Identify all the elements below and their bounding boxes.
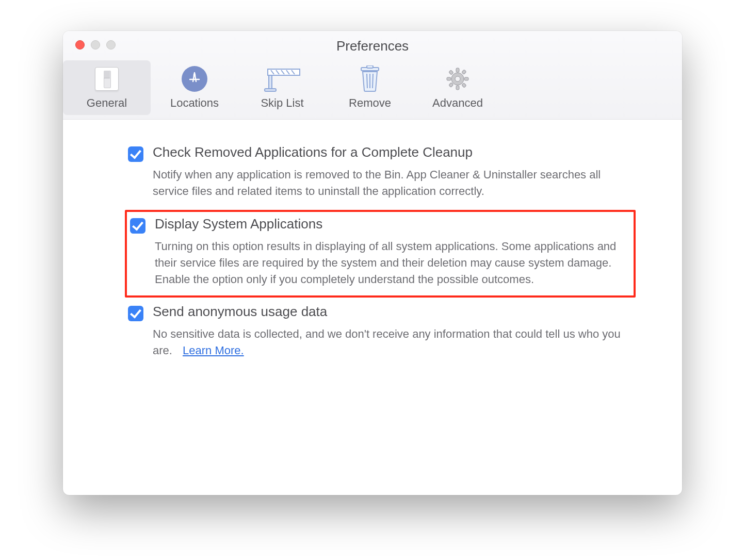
titlebar: Preferences General Locations: [63, 31, 682, 120]
close-window-button[interactable]: [75, 40, 85, 50]
trash-icon: [326, 64, 414, 93]
svg-rect-21: [462, 70, 466, 74]
svg-rect-17: [447, 77, 451, 80]
option-title: Display System Applications: [155, 216, 630, 232]
general-icon: [63, 64, 151, 93]
option-anonymous-usage: Send anonymous usage data No sensitive d…: [125, 298, 636, 369]
tab-skip-list[interactable]: Skip List: [238, 60, 326, 115]
option-title: Send anonymous usage data: [153, 304, 633, 320]
tab-label: Skip List: [238, 96, 326, 110]
tab-label: Remove: [326, 96, 414, 110]
option-complete-cleanup: Check Removed Applications for a Complet…: [125, 138, 636, 210]
svg-rect-19: [449, 70, 454, 75]
svg-line-10: [367, 74, 367, 88]
tab-general[interactable]: General: [63, 60, 151, 115]
svg-point-14: [455, 76, 460, 81]
svg-rect-16: [456, 86, 459, 90]
checkbox-complete-cleanup[interactable]: [128, 146, 143, 162]
svg-rect-15: [456, 68, 459, 72]
tab-label: Advanced: [414, 96, 501, 110]
preferences-window: Preferences General Locations: [63, 31, 682, 495]
option-title: Check Removed Applications for a Complet…: [153, 144, 633, 160]
svg-rect-20: [462, 83, 466, 88]
window-controls: [63, 40, 116, 50]
window-title: Preferences: [63, 38, 682, 60]
svg-rect-9: [367, 65, 373, 68]
zoom-window-button[interactable]: [106, 40, 116, 50]
checkbox-anonymous-usage[interactable]: [128, 306, 143, 321]
gear-icon: [414, 64, 501, 93]
skip-list-icon: [238, 64, 326, 93]
svg-rect-7: [265, 89, 276, 91]
minimize-window-button[interactable]: [91, 40, 100, 50]
option-description: No sensitive data is collected, and we d…: [153, 326, 633, 359]
preferences-content: Check Removed Applications for a Complet…: [63, 120, 682, 495]
option-description: Notify when any application is removed t…: [153, 167, 633, 200]
preferences-toolbar: General Locations: [63, 60, 682, 119]
svg-rect-22: [449, 83, 454, 87]
svg-line-12: [372, 74, 373, 88]
tab-advanced[interactable]: Advanced: [414, 60, 501, 115]
tab-label: Locations: [151, 96, 238, 110]
learn-more-link[interactable]: Learn More.: [183, 344, 244, 357]
checkbox-display-system-apps[interactable]: [130, 218, 145, 234]
tab-label: General: [63, 96, 151, 110]
option-description: Turning on this option results in displa…: [155, 238, 630, 288]
locations-icon: [151, 64, 238, 93]
tab-locations[interactable]: Locations: [151, 60, 238, 115]
option-display-system-apps: Display System Applications Turning on t…: [125, 210, 636, 298]
tab-remove[interactable]: Remove: [326, 60, 414, 115]
svg-rect-18: [464, 77, 468, 80]
